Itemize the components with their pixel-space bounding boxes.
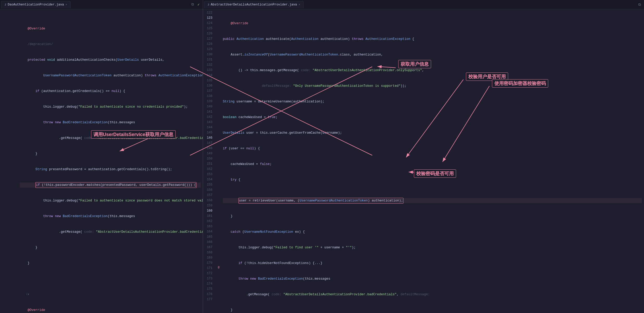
left-tab-bar: J DaoAuthenticationProvider.java × ⧉ ✓ — [0, 0, 203, 9]
line-number: 173 — [203, 276, 214, 281]
right-code-content[interactable]: @Override public Authentication authenti… — [221, 9, 644, 313]
gutter-marker — [217, 192, 221, 197]
gutter-marker: @ — [217, 265, 221, 270]
left-tab-close[interactable]: × — [66, 3, 67, 6]
line-number: 135 — [203, 78, 214, 83]
code-line: protected void additionalAuthenticationC… — [20, 57, 201, 63]
gutter-marker — [217, 260, 221, 265]
gutter-marker — [217, 207, 221, 213]
line-number: 175 — [203, 287, 214, 292]
line-number: 122 — [203, 10, 214, 16]
code-line: } — [20, 245, 201, 250]
code-line: } — [223, 308, 642, 313]
gutter-marker — [217, 51, 221, 56]
left-editor-pane: J DaoAuthenticationProvider.java × ⧉ ✓ @… — [0, 0, 203, 313]
split-editor-icon[interactable]: ⧉ — [190, 2, 195, 7]
code-line: } — [20, 151, 201, 156]
line-number: 172 — [203, 271, 214, 276]
line-number: 139 — [203, 99, 214, 104]
gutter-marker — [217, 223, 221, 228]
gutter-marker — [217, 88, 221, 93]
gutter-marker — [217, 166, 221, 171]
code-line: .getMessage( code: "AbstractUserDetailsA… — [20, 136, 201, 141]
split-editor-icon-right[interactable]: ⧉ — [637, 2, 642, 7]
right-tab-actions: ⧉ — [637, 2, 643, 7]
line-number: 155 — [203, 182, 214, 188]
line-number: 168 — [203, 250, 214, 255]
left-code-content[interactable]: @Override /deprecation/ protected void a… — [18, 9, 203, 313]
gutter-marker — [217, 145, 221, 150]
gutter-marker — [217, 108, 221, 114]
gutter-marker — [217, 30, 221, 35]
code-line: /deprecation/ — [20, 42, 201, 47]
code-line: .getMessage( code: "AbstractUserDetailsA… — [20, 229, 201, 235]
gutter-marker — [217, 114, 221, 119]
line-number: 160 — [203, 208, 214, 214]
gutter-marker — [217, 244, 221, 249]
code-line: String presentedPassword = authenticatio… — [20, 167, 201, 172]
code-line: public Authentication authenticate(Authe… — [223, 36, 642, 42]
line-number: 127 — [203, 36, 214, 42]
line-number: 159 — [203, 203, 214, 208]
code-line: this.logger.debug("Failed to authenticat… — [20, 104, 201, 109]
line-number: 143 — [203, 120, 214, 125]
code-line: .getMessage( code: "AbstractUserDetailsA… — [223, 292, 642, 297]
line-number: 150 — [203, 156, 214, 162]
line-number: 129 — [203, 47, 214, 52]
gutter-marker — [217, 150, 221, 155]
code-line: @Override — [20, 308, 201, 313]
line-number: 165 — [203, 235, 214, 240]
code-line: if (user == null) { — [223, 146, 642, 151]
gutter-marker — [217, 67, 221, 72]
gutter-marker — [217, 280, 221, 286]
line-number: 169 — [203, 255, 214, 261]
gutter-marker — [217, 291, 221, 296]
line-number: 124 — [203, 21, 214, 26]
gutter-marker — [217, 218, 221, 223]
checkmark-icon[interactable]: ✓ — [197, 2, 201, 7]
code-line: String username = determineUsername(auth… — [223, 99, 642, 104]
gutter-marker — [217, 187, 221, 192]
gutter-marker — [217, 25, 221, 30]
code-line-fold: ↕∨ — [20, 292, 201, 297]
right-editor-pane: J AbstractUserDetailsAuthenticationProvi… — [203, 0, 644, 313]
left-code-area: @Override /deprecation/ protected void a… — [0, 9, 203, 313]
line-number: 166 — [203, 240, 214, 245]
gutter-marker — [217, 93, 221, 98]
line-number: 170 — [203, 261, 214, 266]
code-line-highlight-password: if (!this.passwordEncoder.matches(presen… — [20, 182, 201, 188]
gutter-marker — [217, 228, 221, 234]
gutter-marker — [217, 176, 221, 181]
left-tab[interactable]: J DaoAuthenticationProvider.java × — [1, 1, 71, 8]
right-tab[interactable]: J AbstractUserDetailsAuthenticationProvi… — [204, 1, 304, 8]
line-number: 149 — [203, 151, 214, 156]
code-line: boolean cacheWasUsed = true; — [223, 115, 642, 120]
code-line: } — [223, 214, 642, 219]
gutter-marker — [217, 77, 221, 82]
gutter-marker — [217, 202, 221, 207]
gutter-marker — [217, 9, 221, 15]
right-tab-close[interactable]: × — [299, 3, 300, 6]
line-number: 171 — [203, 266, 214, 271]
gutter-marker — [217, 296, 221, 301]
code-line: this.logger.debug("Failed to find user '… — [223, 245, 642, 250]
gutter-marker — [217, 140, 221, 145]
line-number: 151 — [203, 162, 214, 167]
code-line: throw new BadCredentialsException(this.m… — [20, 120, 201, 125]
line-number: 141 — [203, 109, 214, 115]
line-number: 161 — [203, 214, 214, 219]
gutter-marker — [217, 72, 221, 77]
line-number: 128 — [203, 42, 214, 47]
gutter-marker — [217, 82, 221, 88]
right-code-area: 1221231241251261271281291301311321331341… — [203, 9, 644, 313]
gutter-marker — [217, 234, 221, 239]
code-line: UserDetails user = this.userCache.getUse… — [223, 130, 642, 136]
line-number: 153 — [203, 172, 214, 177]
gutter-marker — [217, 20, 221, 25]
code-line-retrieve-user: user = retrieveUser(username, (UsernameP… — [223, 198, 642, 203]
code-line: catch (UsernameNotFoundException ex) { — [223, 229, 642, 235]
line-number: 174 — [203, 281, 214, 287]
line-number: 123 — [203, 16, 214, 21]
right-line-numbers: 1221231241251261271281291301311321331341… — [203, 9, 217, 313]
gutter-marker — [217, 275, 221, 280]
